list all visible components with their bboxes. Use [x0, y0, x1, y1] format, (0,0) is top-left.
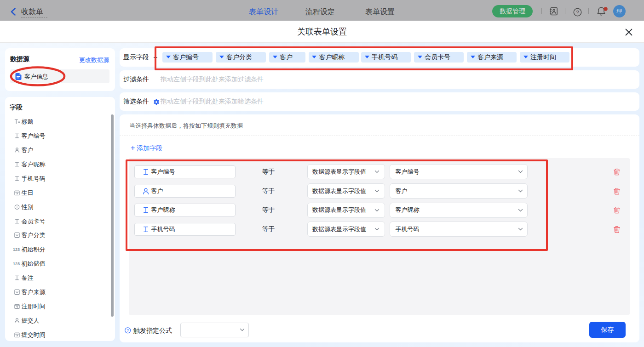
svg-text:?: ?	[576, 9, 579, 15]
svg-text:?: ?	[126, 329, 129, 333]
